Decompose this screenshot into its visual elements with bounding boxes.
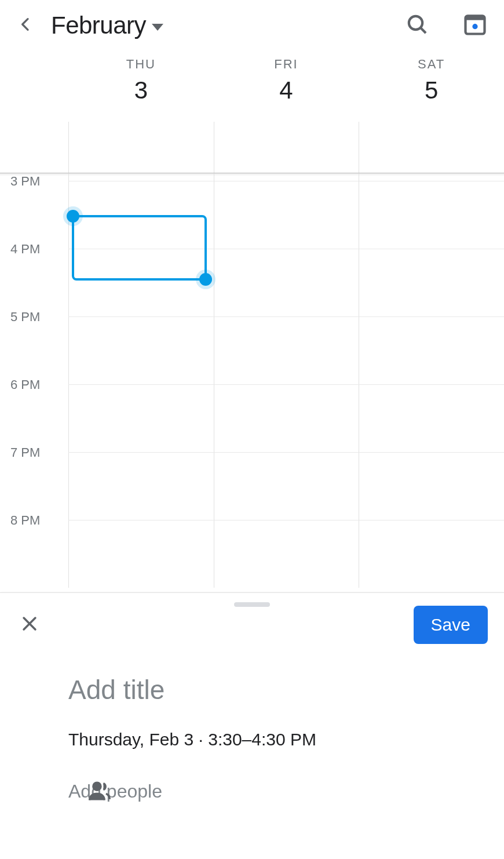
app-header: February (0, 0, 504, 51)
people-icon (87, 778, 112, 806)
svg-rect-3 (466, 16, 485, 20)
hour-label: 5 PM (0, 310, 68, 377)
month-label: February (51, 12, 146, 39)
svg-point-0 (409, 16, 422, 30)
hour-row[interactable]: 5 PM (0, 316, 504, 384)
day-header[interactable]: FRI 4 (214, 51, 359, 122)
day-number: 4 (279, 77, 293, 104)
day-of-week-label: SAT (418, 57, 445, 72)
hour-label: 7 PM (0, 445, 68, 513)
all-day-zone[interactable] (0, 122, 504, 173)
svg-point-7 (93, 782, 101, 790)
new-event-selection[interactable] (72, 215, 207, 281)
resize-handle-start[interactable] (67, 210, 79, 223)
event-datetime-display[interactable]: Thursday, Feb 3 · 3:30–4:30 PM (68, 730, 481, 749)
create-event-sheet: Save Thursday, Feb 3 · 3:30–4:30 PM (0, 592, 504, 859)
save-button[interactable]: Save (414, 606, 488, 644)
svg-line-1 (421, 28, 426, 33)
hour-grid[interactable]: 2 PM3 PM4 PM5 PM6 PM7 PM8 PM (0, 173, 504, 594)
day-of-week-label: THU (126, 57, 156, 72)
day-headers-row: THU 3 FRI 4 SAT 5 (0, 51, 504, 122)
sheet-drag-handle[interactable] (234, 602, 270, 607)
month-picker[interactable]: February (51, 12, 163, 39)
hour-label: 8 PM (0, 513, 68, 581)
event-title-input[interactable] (68, 674, 481, 705)
svg-point-4 (472, 24, 477, 29)
hour-row[interactable]: 8 PM (0, 520, 504, 588)
hour-row[interactable]: 2 PM (0, 173, 504, 181)
day-header[interactable]: THU 3 (68, 51, 214, 122)
hour-label: 3 PM (0, 174, 68, 242)
day-header[interactable]: SAT 5 (359, 51, 504, 122)
back-button[interactable] (16, 15, 35, 36)
search-button[interactable] (406, 13, 429, 38)
add-people-input[interactable] (68, 781, 481, 802)
hour-row[interactable]: 6 PM (0, 384, 504, 452)
hour-label: 6 PM (0, 377, 68, 445)
chevron-down-icon (152, 24, 163, 31)
day-number: 5 (425, 77, 438, 104)
day-number: 3 (134, 77, 148, 104)
hour-label: 4 PM (0, 242, 68, 310)
day-of-week-label: FRI (274, 57, 298, 72)
jump-to-today-button[interactable] (462, 12, 488, 39)
resize-handle-end[interactable] (199, 273, 212, 286)
hour-row[interactable]: 7 PM (0, 452, 504, 520)
close-button[interactable] (20, 614, 39, 636)
